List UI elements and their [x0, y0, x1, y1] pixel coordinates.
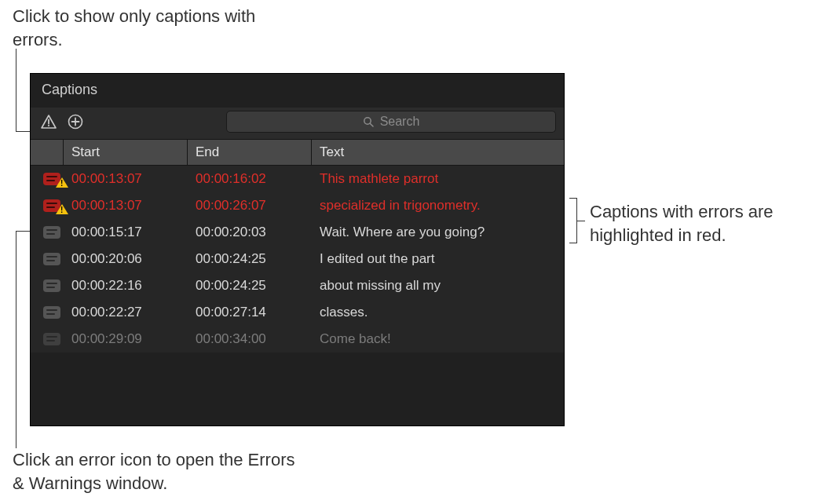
- annotation-error-icon: Click an error icon to open the Errors &…: [13, 448, 311, 495]
- end-time: 00:00:20:03: [188, 225, 312, 240]
- caption-icon: [43, 253, 60, 265]
- row-icon-cell[interactable]: !: [31, 199, 64, 212]
- caption-text: Wait. Where are you going?: [312, 225, 564, 240]
- captions-list: !00:00:13:0700:00:16:02This mathlete par…: [31, 166, 564, 352]
- callout-line: [16, 49, 16, 131]
- column-header-text[interactable]: Text: [312, 140, 564, 165]
- add-caption-button[interactable]: [65, 111, 86, 132]
- caption-icon: [43, 333, 60, 345]
- end-time: 00:00:24:25: [188, 251, 312, 267]
- start-time: 00:00:22:27: [64, 305, 188, 320]
- search-input[interactable]: Search: [226, 111, 556, 133]
- svg-point-1: [48, 125, 49, 126]
- row-icon-cell: [31, 226, 64, 239]
- callout-line: [577, 221, 585, 221]
- start-time: 00:00:13:07: [64, 198, 188, 214]
- table-row[interactable]: 00:00:22:2700:00:27:14classes.: [31, 299, 564, 326]
- plus-circle-icon: [68, 114, 83, 130]
- start-time: 00:00:29:09: [64, 331, 188, 347]
- captions-panel: Captions Search Start End: [30, 73, 565, 426]
- column-header-start[interactable]: Start: [64, 140, 188, 165]
- end-time: 00:00:16:02: [188, 171, 312, 187]
- search-icon: [363, 116, 374, 127]
- callout-line: [16, 440, 16, 448]
- table-row[interactable]: !00:00:13:0700:00:26:07specialized in tr…: [31, 192, 564, 219]
- caption-text: Come back!: [312, 331, 564, 347]
- row-icon-cell: [31, 333, 64, 345]
- filter-errors-button[interactable]: [38, 111, 59, 132]
- row-icon-cell[interactable]: !: [31, 173, 64, 185]
- caption-icon: [43, 279, 60, 292]
- end-time: 00:00:34:00: [188, 331, 312, 347]
- callout-line: [16, 231, 16, 440]
- table-header: Start End Text: [31, 139, 564, 166]
- column-header-end[interactable]: End: [188, 140, 312, 165]
- caption-icon: [43, 306, 60, 319]
- caption-text: specialized in trigonometry.: [312, 198, 564, 214]
- table-row[interactable]: 00:00:20:0600:00:24:25I edited out the p…: [31, 246, 564, 272]
- toolbar: Search: [31, 108, 564, 139]
- caption-text: I edited out the part: [312, 251, 564, 267]
- caption-error-icon: !: [43, 173, 60, 185]
- end-time: 00:00:26:07: [188, 198, 312, 214]
- annotation-filter-errors: Click to show only captions with errors.: [13, 5, 295, 51]
- caption-text: This mathlete parrot: [312, 171, 564, 187]
- search-placeholder: Search: [380, 115, 420, 129]
- caption-text: about missing all my: [312, 278, 564, 294]
- caption-error-icon: !: [43, 199, 60, 212]
- table-row[interactable]: !00:00:13:0700:00:16:02This mathlete par…: [31, 166, 564, 192]
- svg-line-6: [370, 123, 373, 126]
- start-time: 00:00:22:16: [64, 278, 188, 294]
- panel-title: Captions: [31, 74, 564, 108]
- start-time: 00:00:20:06: [64, 251, 188, 267]
- row-icon-cell: [31, 253, 64, 265]
- caption-text: classes.: [312, 305, 564, 320]
- caption-icon: [43, 226, 60, 239]
- warning-triangle-icon: [41, 115, 57, 129]
- table-row[interactable]: 00:00:29:0900:00:34:00Come back!: [31, 326, 564, 352]
- end-time: 00:00:24:25: [188, 278, 312, 294]
- end-time: 00:00:27:14: [188, 305, 312, 320]
- row-icon-cell: [31, 279, 64, 292]
- row-icon-cell: [31, 306, 64, 319]
- start-time: 00:00:15:17: [64, 225, 188, 240]
- annotation-highlighted: Captions with errors are highlighted in …: [590, 200, 810, 247]
- table-row[interactable]: 00:00:22:1600:00:24:25about missing all …: [31, 272, 564, 299]
- table-row[interactable]: 00:00:15:1700:00:20:03Wait. Where are yo…: [31, 219, 564, 246]
- callout-bracket: [569, 198, 577, 243]
- start-time: 00:00:13:07: [64, 171, 188, 187]
